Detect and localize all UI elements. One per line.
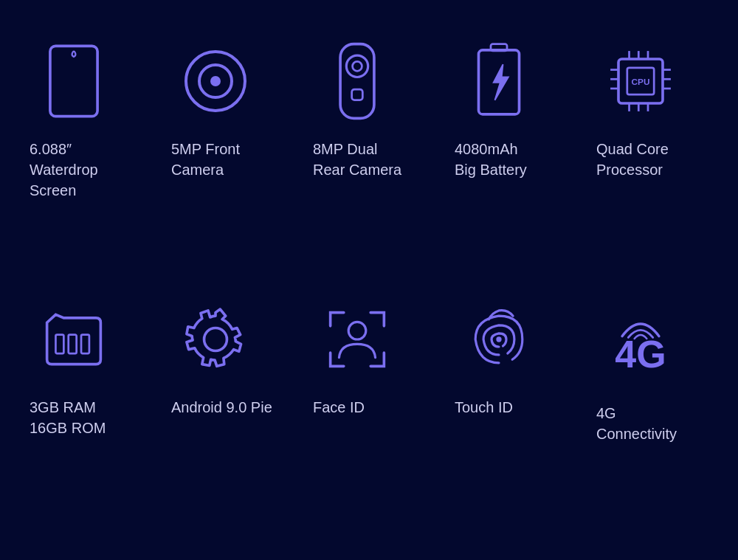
processor-label: Quad Core Processor: [596, 139, 669, 180]
touch-id-label: Touch ID: [455, 397, 513, 418]
svg-rect-27: [81, 334, 89, 353]
svg-rect-26: [69, 334, 77, 353]
feature-face-id: Face ID: [298, 280, 440, 539]
rear-camera-label: 8MP Dual Rear Camera: [313, 139, 401, 180]
face-id-label: Face ID: [313, 397, 365, 418]
feature-battery: 4080mAh Big Battery: [440, 22, 582, 280]
gear-icon: [171, 295, 260, 384]
feature-rear-camera: 8MP Dual Rear Camera: [298, 22, 440, 280]
svg-rect-25: [55, 334, 63, 353]
4g-connectivity-label: 4G Connectivity: [596, 403, 677, 444]
front-camera-label: 5MP Front Camera: [171, 139, 240, 180]
features-grid: 6.088″ Waterdrop Screen 5MP Front Camera…: [0, 0, 738, 560]
svg-text:CPU: CPU: [632, 77, 650, 87]
cpu-icon: CPU: [596, 37, 685, 125]
svg-point-3: [210, 76, 221, 86]
front-camera-icon: [171, 37, 260, 125]
rear-camera-icon: [313, 37, 401, 125]
svg-point-5: [346, 55, 368, 77]
feature-front-camera: 5MP Front Camera: [156, 22, 298, 280]
screen-label: 6.088″ Waterdrop Screen: [30, 139, 98, 201]
feature-screen: 6.088″ Waterdrop Screen: [15, 22, 156, 280]
fingerprint-icon: [455, 295, 543, 384]
svg-rect-7: [352, 89, 363, 100]
face-id-icon: [313, 295, 401, 384]
ram-label: 3GB RAM 16GB ROM: [30, 397, 106, 438]
svg-point-29: [348, 322, 366, 339]
feature-ram: 3GB RAM 16GB ROM: [15, 280, 156, 539]
feature-processor: CPU Quad Core Processor: [582, 22, 723, 280]
feature-4g: 4G 4G Connectivity: [582, 280, 723, 539]
android-label: Android 9.0 Pie: [171, 397, 272, 418]
svg-point-28: [204, 328, 227, 350]
svg-point-30: [496, 336, 501, 342]
battery-icon: [455, 37, 543, 125]
feature-touch-id: Touch ID: [440, 280, 582, 539]
4g-label-text: 4G: [615, 335, 666, 373]
svg-point-6: [353, 61, 362, 71]
screen-icon: [30, 37, 118, 125]
ram-icon: [30, 295, 118, 384]
4g-icon: 4G: [596, 295, 685, 384]
battery-label: 4080mAh Big Battery: [455, 139, 527, 180]
feature-android: Android 9.0 Pie: [156, 280, 298, 539]
